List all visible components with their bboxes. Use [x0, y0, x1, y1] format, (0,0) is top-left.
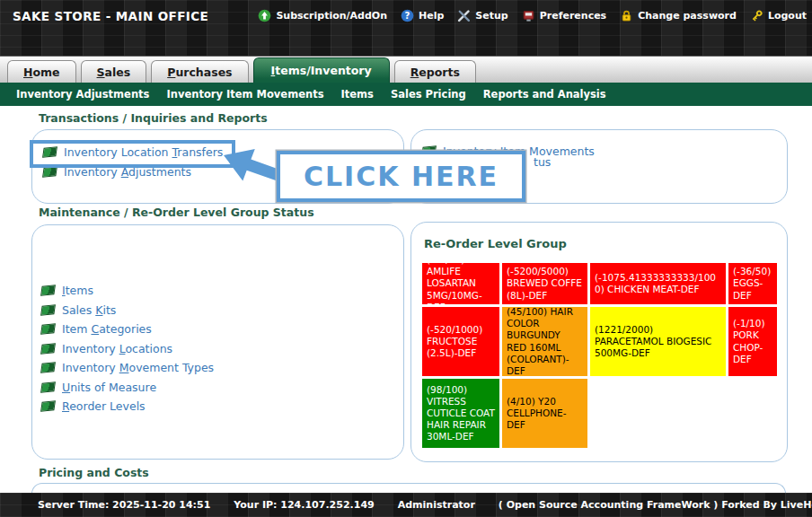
maintenance-heading: Maintenance / Re-Order Level Group Statu…: [39, 206, 314, 219]
maintenance-panel: Items Sales Kits Item Categories Invento…: [31, 224, 404, 460]
tab-sales[interactable]: Sales: [81, 60, 147, 83]
click-here-callout: CLICK HERE: [277, 151, 525, 202]
link-inventory-adjustments[interactable]: Inventory Adjustments: [64, 165, 191, 179]
app-header: SAKE STORE - MAIN OFFICE Subscription/Ad…: [0, 0, 812, 56]
help-icon: ?: [401, 9, 414, 22]
reorder-cell: (-1075.41333333333/1000) CHICKEN MEAT-DE…: [590, 263, 726, 304]
green-book-icon: [40, 400, 56, 412]
transactions-heading: Transactions / Inquiries and Reports: [39, 111, 268, 125]
reorder-cell: (-53/20) AMLIFE LOSARTAN 5MG/10MG-DEF: [422, 263, 499, 304]
reorder-cell-empty: [728, 379, 777, 448]
reorder-status-grid: (-53/20) AMLIFE LOSARTAN 5MG/10MG-DEF (-…: [422, 263, 776, 448]
partially-covered-link[interactable]: tus: [534, 155, 551, 169]
tab-purchases[interactable]: Purchases: [151, 60, 248, 83]
green-book-icon: [42, 166, 57, 178]
tab-bar: Home Sales Purchases Items/Inventory Rep…: [0, 56, 812, 83]
reorder-cell: (-36/50) EGGS-DEF: [728, 263, 777, 304]
your-ip: Your IP: 124.107.252.149: [234, 499, 374, 511]
footer-bar: Server Time: 2025-11-20 14:51 Your IP: 1…: [0, 493, 812, 517]
page: SAKE STORE - MAIN OFFICE Subscription/Ad…: [0, 0, 812, 517]
subnav-inventory-item-movements[interactable]: Inventory Item Movements: [166, 88, 323, 101]
pricing-heading: Pricing and Costs: [39, 466, 149, 479]
tab-home[interactable]: Home: [7, 60, 76, 83]
reorder-level-group-panel: Re-Order Level Group (-53/20) AMLIFE LOS…: [410, 222, 788, 462]
green-book-icon: [40, 323, 56, 335]
green-book-icon: [40, 343, 56, 355]
reorder-group-heading: Re-Order Level Group: [424, 237, 776, 250]
reorder-cell: (45/100) HAIR COLOR BURGUNDY RED 160ML (…: [502, 307, 587, 376]
setup-button[interactable]: Setup: [457, 9, 508, 22]
tab-items-inventory[interactable]: Items/Inventory: [253, 57, 390, 83]
preferences-icon: [522, 9, 535, 22]
sub-nav: Inventory Adjustments Inventory Item Mov…: [0, 83, 812, 106]
store-title: SAKE STORE - MAIN OFFICE: [13, 9, 208, 23]
lock-icon: [620, 9, 633, 22]
reorder-cell-empty: [590, 379, 726, 448]
subnav-inventory-adjustments[interactable]: Inventory Adjustments: [16, 88, 149, 101]
subscription-addon-button[interactable]: Subscription/AddOn: [258, 9, 387, 22]
reorder-cell: (4/10) Y20 CELLPHONE-DEF: [502, 379, 587, 448]
reorder-cell: (-520/1000) FRUCTOSE (2.5L)-DEF: [422, 307, 499, 376]
subscription-icon: [258, 9, 271, 22]
green-book-icon: [40, 304, 56, 316]
logout-button[interactable]: Logout: [750, 9, 807, 22]
green-book-icon: [42, 146, 57, 158]
link-reorder-levels[interactable]: Reorder Levels: [62, 399, 146, 413]
server-time: Server Time: 2025-11-20 14:51: [38, 499, 210, 511]
link-inventory-movement-types[interactable]: Inventory Movement Types: [62, 361, 214, 374]
link-items[interactable]: Items: [62, 284, 93, 297]
change-password-button[interactable]: Change password: [620, 9, 737, 22]
link-inventory-locations[interactable]: Inventory Locations: [62, 342, 172, 355]
click-here-label: CLICK HERE: [304, 161, 499, 192]
subnav-sales-pricing[interactable]: Sales Pricing: [391, 88, 466, 101]
link-item-categories[interactable]: Item Categories: [62, 322, 152, 336]
reorder-cell: (-1/10) PORK CHOP-DEF: [728, 307, 777, 376]
green-book-icon: [40, 362, 56, 373]
key-icon: [750, 9, 763, 22]
svg-text:?: ?: [405, 11, 410, 21]
subnav-reports-and-analysis[interactable]: Reports and Analysis: [483, 88, 606, 101]
reorder-cell: (-5200/5000) BREWED COFFE (8L)-DEF: [502, 263, 587, 304]
header-menu: Subscription/AddOn ? Help Setup Preferen…: [258, 9, 807, 22]
green-book-icon: [40, 381, 56, 393]
logged-in-user: Administrator: [398, 499, 475, 511]
preferences-button[interactable]: Preferences: [522, 9, 606, 22]
tab-reports[interactable]: Reports: [394, 60, 476, 83]
reorder-cell: (98/100) VITRESS CUTICLE COAT HAIR REPAI…: [422, 379, 499, 448]
subnav-items[interactable]: Items: [340, 88, 373, 101]
link-units-of-measure[interactable]: Units of Measure: [62, 381, 156, 394]
link-inventory-location-transfers[interactable]: Inventory Location Transfers: [64, 145, 223, 159]
reorder-cell: (1221/2000) PARACETAMOL BIOGESIC 500MG-D…: [590, 307, 726, 376]
help-button[interactable]: ? Help: [401, 9, 444, 22]
link-sales-kits[interactable]: Sales Kits: [62, 303, 116, 317]
green-book-icon: [40, 285, 56, 296]
setup-icon: [457, 9, 471, 22]
framework-credit: ( Open Source Accounting FrameWork ) For…: [499, 499, 812, 511]
